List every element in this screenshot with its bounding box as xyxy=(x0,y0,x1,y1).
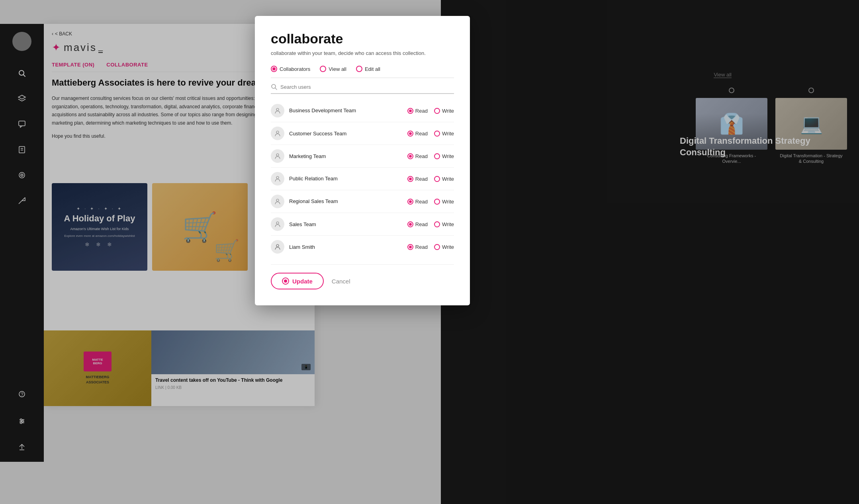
user-name-rst: Regional Sales Team xyxy=(289,198,403,205)
user-row-prt: Public Relation Team Read Write xyxy=(271,168,454,190)
user-name-bdt: Business Development Team xyxy=(289,107,403,114)
user-row-rst: Regional Sales Team Read Write xyxy=(271,190,454,213)
user-name-prt: Public Relation Team xyxy=(289,176,403,182)
search-input[interactable] xyxy=(280,84,454,90)
user-perms-cst: Read Write xyxy=(407,131,454,137)
write-option-rst[interactable]: Write xyxy=(434,199,454,205)
user-perms-rst: Read Write xyxy=(407,199,454,205)
read-option-prt[interactable]: Read xyxy=(407,176,428,182)
user-perms-ls: Read Write xyxy=(407,244,454,250)
svg-point-26 xyxy=(276,176,279,179)
svg-point-25 xyxy=(276,154,279,156)
collaborate-modal: collaborate collaborate within your team… xyxy=(255,16,470,305)
tab-edit-all[interactable]: Edit all xyxy=(356,66,380,72)
search-bar xyxy=(271,84,454,94)
svg-point-23 xyxy=(276,108,279,111)
user-row-st: Sales Team Read Write xyxy=(271,213,454,236)
user-avatar-cst xyxy=(271,127,284,140)
user-name-ls: Liam Smith xyxy=(289,244,403,250)
user-name-st: Sales Team xyxy=(289,221,403,227)
read-option-mt[interactable]: Read xyxy=(407,153,428,159)
collaborators-radio xyxy=(271,66,277,72)
cancel-button[interactable]: Cancel xyxy=(332,278,350,285)
user-row-cst: Customer Success Team Read Write xyxy=(271,122,454,145)
user-row-bdt: Business Development Team Read Write xyxy=(271,100,454,122)
user-avatar-prt xyxy=(271,172,284,186)
collaborators-label: Collaborators xyxy=(280,66,310,72)
edit-all-label: Edit all xyxy=(365,66,380,72)
user-row-mt: Marketing Team Read Write xyxy=(271,145,454,168)
write-option-bdt[interactable]: Write xyxy=(434,108,454,114)
write-option-prt[interactable]: Write xyxy=(434,176,454,182)
search-icon xyxy=(271,84,277,90)
read-option-cst[interactable]: Read xyxy=(407,131,428,137)
user-perms-bdt: Read Write xyxy=(407,108,454,114)
svg-line-22 xyxy=(275,88,277,90)
user-avatar-st xyxy=(271,217,284,231)
write-option-cst[interactable]: Write xyxy=(434,131,454,137)
user-avatar-rst xyxy=(271,195,284,208)
user-avatar-ls xyxy=(271,240,284,254)
tab-collaborators[interactable]: Collaborators xyxy=(271,66,310,72)
user-perms-prt: Read Write xyxy=(407,176,454,182)
user-list: Business Development Team Read Write xyxy=(271,100,454,258)
modal-actions: Update Cancel xyxy=(271,273,454,289)
user-name-cst: Customer Success Team xyxy=(289,131,403,137)
svg-point-24 xyxy=(276,131,279,133)
tab-view-all[interactable]: View all xyxy=(320,66,346,72)
svg-point-28 xyxy=(276,222,279,224)
modal-tabs: Collaborators View all Edit all xyxy=(271,66,454,78)
view-all-label: View all xyxy=(329,66,346,72)
modal-title: collaborate xyxy=(271,31,454,47)
update-button[interactable]: Update xyxy=(271,273,324,289)
read-option-rst[interactable]: Read xyxy=(407,199,428,205)
svg-point-29 xyxy=(276,244,279,247)
write-option-ls[interactable]: Write xyxy=(434,244,454,250)
user-avatar-bdt xyxy=(271,104,284,117)
write-option-mt[interactable]: Write xyxy=(434,153,454,159)
edit-all-radio xyxy=(356,66,362,72)
svg-point-27 xyxy=(276,199,279,201)
modal-subtitle: collaborate within your team, decide who… xyxy=(271,50,454,57)
user-perms-st: Read Write xyxy=(407,221,454,227)
user-row-ls: Liam Smith Read Write xyxy=(271,236,454,258)
update-button-icon xyxy=(282,277,289,285)
read-option-ls[interactable]: Read xyxy=(407,244,428,250)
read-option-bdt[interactable]: Read xyxy=(407,108,428,114)
user-name-mt: Marketing Team xyxy=(289,153,403,159)
write-option-st[interactable]: Write xyxy=(434,221,454,227)
user-perms-mt: Read Write xyxy=(407,153,454,159)
view-all-radio xyxy=(320,66,326,72)
read-option-st[interactable]: Read xyxy=(407,221,428,227)
user-avatar-mt xyxy=(271,149,284,163)
